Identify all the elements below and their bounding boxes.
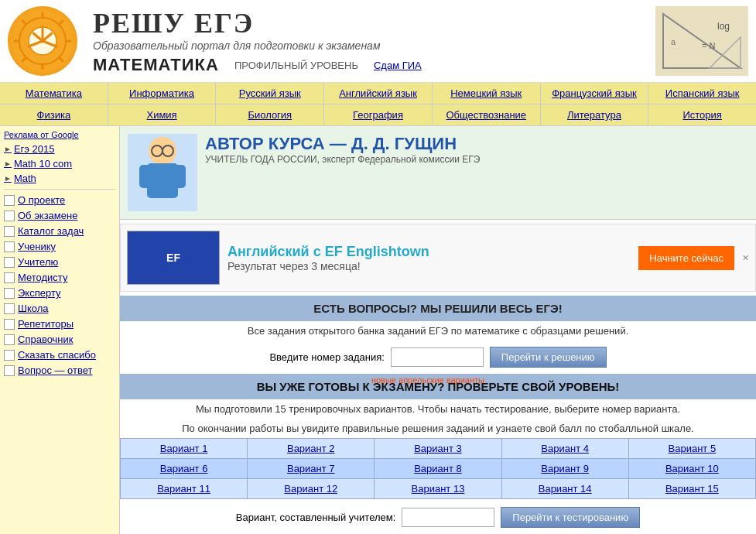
sidebar-item-tutors[interactable]: Репетиторы: [4, 318, 115, 330]
sidebar-item-about-project[interactable]: О проекте: [4, 194, 115, 206]
nav-math[interactable]: Математика: [0, 83, 108, 104]
new-badge: новые апрельские варианты: [371, 375, 484, 385]
author-name: АВТОР КУРСА — Д. Д. ГУЩИН: [205, 134, 748, 154]
checkbox-teacher[interactable]: [4, 257, 15, 268]
nav-informatics[interactable]: Информатика: [108, 83, 217, 104]
gda-link[interactable]: Сдам ГИА: [374, 60, 422, 71]
nav-physics[interactable]: Физика: [0, 104, 108, 125]
nav-german[interactable]: Немецкий язык: [433, 83, 541, 104]
nav-spanish[interactable]: Испанский язык: [648, 83, 756, 104]
table-row: Вариант 11 Вариант 12 Вариант 13 Вариант…: [121, 479, 756, 499]
sidebar-link-1[interactable]: Math 10 com: [4, 158, 115, 169]
subject-title: МАТЕМАТИКА: [93, 55, 219, 75]
variant-6[interactable]: Вариант 6: [160, 463, 208, 474]
nav-bar-2: Физика Химия Биология География Общество…: [0, 104, 756, 126]
table-row: Вариант 1 Вариант 2 Вариант 3 Вариант 4 …: [121, 439, 756, 459]
sidebar-item-teacher[interactable]: Учителю: [4, 256, 115, 268]
nav-english[interactable]: Английский язык: [324, 83, 433, 104]
checkbox-methodist[interactable]: [4, 272, 15, 283]
ad-image: EF: [127, 231, 220, 285]
teacher-variant-input[interactable]: [402, 508, 494, 527]
section2-header: ВЫ УЖЕ ГОТОВЫ К ЭКЗАМЕНУ? ПРОВЕРЬТЕ СВОЙ…: [120, 374, 756, 399]
nav-social[interactable]: Обществознание: [433, 104, 541, 125]
svg-line-6: [22, 21, 26, 24]
task-number-input[interactable]: [391, 347, 484, 367]
task-input-label: Введите номер задания:: [269, 351, 384, 363]
variant-7[interactable]: Вариант 7: [287, 463, 335, 474]
goto-test-button[interactable]: Перейти к тестированию: [501, 507, 640, 528]
sidebar-ads-label: Реклама от Google: [4, 130, 115, 139]
author-banner: АВТОР КУРСА — Д. Д. ГУЩИН УЧИТЕЛЬ ГОДА Р…: [120, 126, 756, 220]
checkbox-catalog[interactable]: [4, 226, 15, 237]
variant-9[interactable]: Вариант 9: [541, 463, 589, 474]
nav-literature[interactable]: Литература: [541, 104, 649, 125]
ad-close-icon[interactable]: ✕: [742, 253, 749, 263]
svg-line-8: [60, 21, 63, 24]
sidebar-item-thanks[interactable]: Сказать спасибо: [4, 349, 115, 361]
svg-rect-24: [174, 165, 186, 188]
sidebar-item-reference[interactable]: Справочник: [4, 334, 115, 345]
variant-14[interactable]: Вариант 14: [539, 483, 592, 495]
svg-text:a: a: [671, 37, 676, 46]
checkbox-thanks[interactable]: [4, 350, 15, 361]
checkbox-school[interactable]: [4, 303, 15, 314]
variant-1[interactable]: Вариант 1: [160, 443, 208, 454]
variant-11[interactable]: Вариант 11: [157, 483, 210, 495]
checkbox-about-project[interactable]: [4, 195, 15, 206]
task-input-row: Введите номер задания: Перейти к решению: [120, 341, 756, 374]
nav-geography[interactable]: География: [324, 104, 433, 125]
section1-subtext: Все задания открытого банка заданий ЕГЭ …: [120, 321, 756, 341]
sidebar-link-0[interactable]: Егэ 2015: [4, 143, 115, 155]
sidebar-item-expert[interactable]: Эксперту: [4, 287, 115, 299]
variant-3[interactable]: Вариант 3: [414, 443, 462, 454]
variant-15[interactable]: Вариант 15: [665, 483, 719, 495]
goto-solution-button[interactable]: Перейти к решению: [490, 347, 607, 368]
ad-button[interactable]: Начните сейчас: [638, 246, 734, 270]
sidebar-item-methodist[interactable]: Методисту: [4, 272, 115, 283]
variant-4[interactable]: Вариант 4: [541, 443, 589, 454]
nav-russian[interactable]: Русский язык: [216, 83, 324, 104]
author-text: АВТОР КУРСА — Д. Д. ГУЩИН УЧИТЕЛЬ ГОДА Р…: [205, 134, 748, 211]
checkbox-qa[interactable]: [4, 365, 15, 376]
checkbox-tutors[interactable]: [4, 319, 15, 330]
ad-banner: EF Английский с EF Englishtown Результат…: [120, 224, 756, 292]
person-icon: [132, 134, 193, 211]
svg-rect-23: [139, 165, 151, 188]
ads-link[interactable]: Реклама от Google: [4, 130, 79, 139]
nav-chemistry[interactable]: Химия: [108, 104, 217, 125]
nav-french[interactable]: Французский язык: [541, 83, 649, 104]
teacher-variant-label: Вариант, составленный учителем:: [236, 512, 395, 523]
nav-biology[interactable]: Биология: [216, 104, 324, 125]
ad-subtitle: Результат через 3 месяца!: [227, 260, 631, 272]
variant-2[interactable]: Вариант 2: [287, 443, 335, 454]
sidebar-item-student[interactable]: Ученику: [4, 241, 115, 252]
table-row: Вариант 6 Вариант 7 Вариант 8 Вариант 9 …: [121, 459, 756, 479]
math-decoration-icon: log = N a: [655, 6, 748, 76]
sidebar-item-catalog[interactable]: Каталог задач: [4, 225, 115, 237]
svg-line-9: [22, 58, 26, 61]
section2-subtext2: По окончании работы вы увидите правильны…: [120, 419, 756, 438]
content-wrapper: Реклама от Google Егэ 2015 Math 10 com M…: [0, 126, 756, 534]
svg-rect-22: [147, 163, 178, 198]
sidebar-item-about-exam[interactable]: Об экзамене: [4, 210, 115, 221]
site-title: РЕШУ ЕГЭ: [93, 7, 655, 39]
site-subtitle: Образовательный портал для подготовки к …: [93, 39, 655, 52]
sidebar: Реклама от Google Егэ 2015 Math 10 com M…: [0, 126, 120, 534]
checkbox-expert[interactable]: [4, 288, 15, 299]
sun-icon: [9, 8, 76, 74]
variant-8[interactable]: Вариант 8: [414, 463, 462, 474]
checkbox-about-exam[interactable]: [4, 211, 15, 221]
nav-history[interactable]: История: [648, 104, 756, 125]
sidebar-item-qa[interactable]: Вопрос — ответ: [4, 365, 115, 376]
variant-13[interactable]: Вариант 13: [412, 483, 465, 495]
author-role: УЧИТЕЛЬ ГОДА РОССИИ, эксперт Федеральной…: [205, 154, 748, 165]
author-illustration: [128, 134, 197, 211]
variant-12[interactable]: Вариант 12: [284, 483, 337, 495]
checkbox-reference[interactable]: [4, 334, 15, 345]
sidebar-link-2[interactable]: Math: [4, 173, 115, 184]
variant-5[interactable]: Вариант 5: [669, 443, 717, 454]
checkbox-student[interactable]: [4, 241, 15, 252]
variant-10[interactable]: Вариант 10: [665, 463, 719, 474]
sidebar-item-school[interactable]: Школа: [4, 303, 115, 314]
section1-header: ЕСТЬ ВОПРОСЫ? МЫ РЕШИЛИ ВЕСЬ ЕГЭ!: [120, 296, 756, 321]
